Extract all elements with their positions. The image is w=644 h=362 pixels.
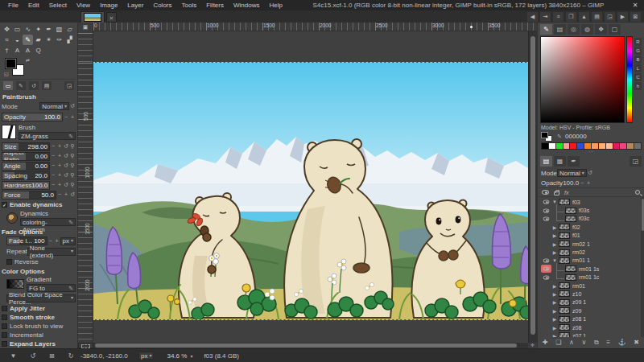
tab-images[interactable]: ▤ xyxy=(42,81,52,90)
minus-icon[interactable]: − xyxy=(50,182,56,188)
menu-layer[interactable]: Layer xyxy=(122,2,148,9)
layer-row-f03[interactable]: ▼f03 xyxy=(538,198,644,206)
channel-button-R[interactable]: R xyxy=(634,38,642,46)
tab-fg-bg-color[interactable]: ✎ xyxy=(540,24,552,35)
dock-menu-icon[interactable]: ◲ xyxy=(64,81,74,90)
layer-expander[interactable]: ▶ xyxy=(551,308,558,314)
link-icon[interactable]: ⚲ xyxy=(69,172,76,179)
fade-plus-icon[interactable]: + xyxy=(54,238,60,244)
layer-expander[interactable]: ▶ xyxy=(551,241,558,247)
dynamics-edit-icon[interactable]: ✎ xyxy=(68,219,73,225)
visibility-filter-eye-icon[interactable] xyxy=(542,190,549,195)
ruler-corner-icon[interactable]: ▣ xyxy=(78,23,93,31)
duplicate-layer-button[interactable]: ⧉ xyxy=(594,339,599,347)
lock-brush-to-view-checkbox[interactable]: Lock brush to view xyxy=(2,322,76,330)
vertical-ruler[interactable]: 500100015002000 xyxy=(78,31,93,343)
color-picker-tool[interactable]: † xyxy=(2,45,12,56)
canvas-viewport[interactable] xyxy=(93,31,528,343)
layer-expander[interactable]: ▶ xyxy=(551,249,558,255)
apply-jitter-checkbox[interactable]: Apply Jitter xyxy=(2,304,76,312)
navigation-button[interactable]: ✛ xyxy=(528,343,537,348)
layer-visibility-toggle[interactable] xyxy=(541,323,551,331)
layer-visibility-toggle[interactable] xyxy=(541,215,551,223)
menu-help[interactable]: Help xyxy=(264,2,287,9)
eraser-tool[interactable]: ▰ xyxy=(33,35,43,45)
layer-visibility-toggle[interactable] xyxy=(541,282,551,290)
menu-select[interactable]: Select xyxy=(44,2,72,9)
image-box-icon[interactable]: ❒ xyxy=(566,12,576,22)
effects-icon[interactable]: fx xyxy=(564,190,568,195)
anchor-layer-button[interactable]: ⚓ xyxy=(618,339,626,346)
layer-row-f01[interactable]: ▶f01 xyxy=(538,232,644,240)
layer-visibility-toggle[interactable] xyxy=(541,274,551,282)
layer-opacity-plus-icon[interactable]: + xyxy=(585,180,592,186)
tab-screen[interactable]: ▢ xyxy=(609,24,621,35)
plus-icon[interactable]: + xyxy=(63,191,69,198)
layer-row-rm01[interactable]: ▶rm01 xyxy=(538,282,644,290)
link-icon[interactable]: ⚲ xyxy=(69,153,76,159)
reset-icon[interactable]: ↺ xyxy=(63,162,69,169)
channel-button-B[interactable]: B xyxy=(634,56,642,64)
layer-visibility-toggle[interactable] xyxy=(541,315,551,323)
layer-visibility-toggle[interactable] xyxy=(541,265,551,273)
expand-layers-checkbox[interactable]: Expand Layers xyxy=(2,339,76,348)
tab-close-button[interactable]: ✕ xyxy=(106,12,117,23)
layer-mode-switch-icon[interactable]: ↺ xyxy=(587,170,593,176)
layer-row-rm01-1s[interactable]: rm01 1s xyxy=(538,265,644,273)
layer-row-f03c[interactable]: f03c xyxy=(538,215,644,223)
tab-cmyk[interactable]: ◍ xyxy=(581,24,593,35)
tab-color-wheel[interactable]: ◎ xyxy=(568,24,580,35)
plus-icon[interactable]: + xyxy=(56,172,63,179)
tab-palettes[interactable]: ▤ xyxy=(554,24,566,35)
link-icon[interactable]: ⚲ xyxy=(69,182,76,188)
layer-expander[interactable]: ▶ xyxy=(551,316,558,322)
plus-icon[interactable]: + xyxy=(56,162,63,169)
reset-icon[interactable]: ↺ xyxy=(63,182,69,188)
default-colors-icon[interactable]: ◱ xyxy=(4,71,9,76)
layer-expander[interactable]: ▶ xyxy=(551,291,558,297)
dynamics-selector[interactable]: Dynamics coloring-Aryeom ✎ xyxy=(2,210,76,226)
mini-fg-bg-widget[interactable] xyxy=(541,132,554,142)
tab-tool-options[interactable]: ▭ xyxy=(3,81,13,90)
layer-opacity-minus-icon[interactable]: − xyxy=(579,180,585,186)
slider-size[interactable]: Size298.00 xyxy=(2,142,50,151)
layer-expander[interactable]: ▶ xyxy=(551,224,558,230)
layer-row-f02[interactable]: ▶f02 xyxy=(538,223,644,231)
minus-icon[interactable]: − xyxy=(50,153,56,159)
menu-tools[interactable]: Tools xyxy=(177,2,202,9)
paintbrush-tool[interactable]: ✎ xyxy=(23,35,33,45)
color-options-header[interactable]: Color Options xyxy=(2,268,76,275)
layer-row-rm02[interactable]: ▶rm02 xyxy=(538,248,644,256)
airbrush-tool[interactable]: ✴ xyxy=(43,35,54,45)
layer-visibility-toggle[interactable] xyxy=(541,298,551,306)
layer-visibility-toggle[interactable] xyxy=(541,306,551,315)
warp-tool[interactable]: ≈ xyxy=(2,35,12,45)
layer-row-z08-1[interactable]: ▶z08 1 xyxy=(538,315,644,323)
layer-opacity-value[interactable]: 100.0 xyxy=(563,179,579,187)
gradient-tool[interactable]: ▧ xyxy=(54,24,64,35)
slider-angle[interactable]: Angle0.00 xyxy=(2,162,50,171)
tab-layers[interactable]: ▤ xyxy=(540,156,552,167)
layer-row-f03s[interactable]: f03s xyxy=(538,206,644,214)
channel-button-h[interactable]: h xyxy=(634,82,642,90)
repeat-dropdown[interactable]: None (extend)▾ xyxy=(27,248,76,256)
layer-visibility-toggle[interactable] xyxy=(541,257,551,265)
vertical-scrollbar[interactable] xyxy=(528,31,537,343)
menu-lines-icon[interactable]: ≡ xyxy=(553,12,564,22)
reset-icon[interactable]: ↺ xyxy=(63,153,69,159)
channel-button-L[interactable]: L xyxy=(634,64,642,72)
tab-paths[interactable]: ✒ xyxy=(568,156,580,167)
move-tool[interactable]: ✥ xyxy=(2,24,12,35)
slider-aspect-ratio[interactable]: Aspect Ratio0.00 xyxy=(2,152,50,161)
layer-row-rm01-1c[interactable]: rm01 1c xyxy=(538,274,644,282)
tab-device-status[interactable]: ✎ xyxy=(16,81,26,90)
opacity-plus-icon[interactable]: + xyxy=(69,114,76,120)
saturation-value-square[interactable] xyxy=(540,36,625,123)
smooth-stroke-checkbox[interactable]: Smooth stroke xyxy=(2,313,76,321)
tab-undo-history[interactable]: ↺ xyxy=(29,81,39,90)
menu-windows[interactable]: Windows xyxy=(229,2,264,9)
link-icon[interactable]: ⚲ xyxy=(69,143,76,150)
channel-button-C[interactable]: C xyxy=(634,73,642,81)
layer-expander[interactable]: ▶ xyxy=(551,333,558,337)
fuzzy-select-tool[interactable]: ✦ xyxy=(33,24,43,35)
